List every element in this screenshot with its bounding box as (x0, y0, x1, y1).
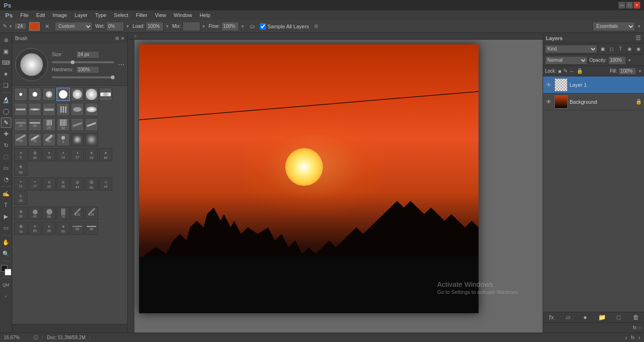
layer-filter-type-btn[interactable]: T (617, 45, 624, 53)
brush-line-1[interactable]: 112 (71, 207, 84, 220)
clone-stamp-tool[interactable]: ✚ (1, 129, 11, 139)
layer-kind-select[interactable]: Kind (545, 45, 597, 53)
canvas-content[interactable]: Activate Windows Go to Settings to activ… (134, 40, 543, 333)
brush-flat-1[interactable] (14, 103, 27, 116)
menu-filter[interactable]: Filter (132, 11, 150, 19)
menu-ps[interactable]: Ps (2, 11, 16, 20)
layers-panel-menu-btn[interactable]: ☰ (636, 34, 641, 42)
menu-window[interactable]: Window (170, 11, 195, 19)
menu-help[interactable]: Help (196, 11, 214, 19)
foreground-color-swatch[interactable] (29, 22, 40, 31)
hardness-slider-thumb[interactable] (111, 75, 115, 79)
brush-preset-7[interactable] (99, 88, 112, 101)
brush-scatter-1[interactable]: ✦ 9 (14, 148, 27, 161)
fx-button[interactable]: fx (633, 325, 636, 330)
brush-drop-2[interactable]: ⬤ 55 (42, 207, 56, 220)
layer-visibility-background[interactable]: 👁 (545, 98, 553, 106)
opacity-input[interactable] (608, 56, 626, 65)
layer-filter-smart-btn[interactable]: ◉ (635, 45, 642, 53)
menu-layer[interactable]: Layer (71, 11, 91, 19)
brush-scat-2[interactable]: ⁕ 90 (57, 222, 70, 235)
size-slider-thumb[interactable] (71, 60, 74, 64)
airbrush-button[interactable]: ⛀ (248, 22, 257, 31)
new-group-btn[interactable]: 📁 (597, 313, 607, 322)
blend-mode-select[interactable]: Custom Dry Moist Wet Very Wet (55, 22, 92, 31)
title-bar-controls[interactable]: — □ ✕ (619, 2, 640, 8)
settings-button[interactable]: ⛭ (312, 22, 321, 31)
brush-dash-3[interactable]: 25 (42, 118, 56, 131)
brush-angled-2[interactable] (85, 118, 98, 131)
shape-tool[interactable]: ▭ (1, 223, 11, 233)
zoom-info-btn[interactable]: ⓘ (33, 334, 38, 341)
brush-presets-grid[interactable]: 25 50 25 (12, 86, 127, 324)
new-layer-btn[interactable]: □ (614, 313, 623, 322)
fill-chevron-icon[interactable]: ▼ (638, 69, 642, 74)
flow-chevron-icon[interactable]: ▼ (240, 24, 245, 29)
history-brush-tool[interactable]: ↻ (1, 140, 11, 150)
lock-pixel-btn[interactable]: ✎ (563, 68, 568, 74)
add-layer-style-btn[interactable]: fx (547, 313, 556, 322)
brush-r6-3[interactable]: ⊕ 23 (42, 177, 56, 191)
brush-line-4[interactable]: 36 (85, 222, 98, 235)
brush-drop-4[interactable]: ▼ 95 (42, 222, 56, 235)
menu-edit[interactable]: Edit (33, 11, 49, 19)
brush-drop-3[interactable]: ▼ 95 (28, 222, 41, 235)
hardness-slider-track[interactable] (52, 76, 114, 78)
sample-all-layers-checkbox[interactable] (260, 22, 266, 31)
brush-dash-2[interactable]: 50 (28, 118, 41, 131)
brush-flat-2[interactable] (28, 103, 41, 116)
brush-scatter-2[interactable]: ❋ 45 (28, 148, 41, 161)
brush-preset-1[interactable] (14, 88, 27, 101)
eraser-tool[interactable]: ⬚ (1, 151, 11, 162)
close-button[interactable]: ✕ (634, 2, 640, 8)
brush-scatter-7[interactable]: ⁕ 46 (99, 148, 112, 161)
brush-flat-3[interactable] (42, 103, 56, 116)
channels-button[interactable]: ○ (638, 325, 641, 330)
menu-image[interactable]: Image (50, 11, 71, 19)
brush-flat-6[interactable] (85, 103, 98, 116)
lasso-tool[interactable]: ⌨ (1, 58, 11, 68)
brush-star-2[interactable]: ★ 74 (14, 222, 27, 235)
eyedropper-tool[interactable]: 🔬 (1, 95, 11, 105)
brush-flat-5[interactable] (71, 103, 84, 116)
path-select-tool[interactable]: ▶ (1, 211, 11, 222)
screen-mode-tool[interactable]: ▫ (1, 291, 11, 301)
gradient-tool[interactable]: ▭ (1, 163, 11, 173)
brush-angled-1[interactable] (71, 118, 84, 131)
dodge-tool[interactable]: ◔ (1, 174, 11, 184)
brush-r4-5[interactable] (71, 133, 84, 146)
brush-flat-4[interactable] (57, 103, 70, 116)
brush-r6-6[interactable]: ⊕ 60 (85, 177, 98, 191)
maximize-button[interactable]: □ (626, 2, 633, 8)
brush-tex-1[interactable]: ▓ 70 (57, 207, 70, 220)
brush-scatter-5[interactable]: ⁕ 27 (71, 148, 84, 161)
lock-all-btn[interactable]: 🔒 (577, 68, 583, 74)
layer-filter-shape-btn[interactable]: ◉ (626, 45, 633, 53)
hardness-input[interactable] (76, 66, 99, 74)
spot-heal-tool[interactable]: ◯ (1, 106, 11, 117)
brush-r6-4[interactable]: ⊕ 36 (57, 177, 70, 191)
brush-r6-2[interactable]: ✦ 17 (28, 177, 41, 191)
brush-preset-4-selected[interactable] (57, 88, 70, 101)
pen-tool[interactable]: ✍ (1, 189, 11, 199)
marquee-tool[interactable]: ▣ (1, 46, 11, 57)
hand-tool[interactable]: ✋ (1, 237, 11, 248)
brush-drop-1[interactable]: ⬤ 42 (28, 207, 41, 220)
brush-scatter-3[interactable]: ✦ 14 (42, 148, 56, 161)
flow-input[interactable] (221, 22, 239, 31)
load-chevron-icon[interactable]: ▼ (165, 24, 169, 29)
layer-filter-pixel-btn[interactable]: ▣ (599, 45, 606, 53)
brush-scatter-6[interactable]: ⁕ 39 (85, 148, 98, 161)
background-color[interactable] (5, 269, 11, 275)
brush-line-2[interactable]: 134 (85, 207, 98, 220)
menu-type[interactable]: Type (92, 11, 110, 19)
menu-select[interactable]: Select (111, 11, 132, 19)
brush-preset-5[interactable] (71, 88, 84, 101)
status-navigate-left-btn[interactable]: ‹ (625, 334, 627, 341)
crop-tool[interactable]: ❏ (1, 80, 11, 91)
fill-input[interactable] (619, 67, 636, 75)
brush-r4-6[interactable] (85, 133, 98, 146)
brush-star-1[interactable]: ★ 33 (14, 207, 27, 220)
wet-input[interactable] (106, 22, 124, 31)
status-navigate-right-btn[interactable]: › (638, 334, 640, 341)
